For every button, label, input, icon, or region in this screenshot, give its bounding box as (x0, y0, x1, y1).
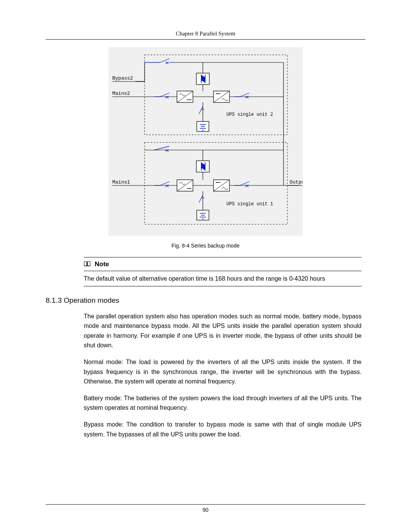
figure-series-backup-mode: Bypass2 Mains2 (108, 47, 303, 236)
paragraph: Battery mode: The batteries of the syste… (84, 393, 362, 413)
paragraph: The parallel operation system also has o… (84, 312, 362, 350)
figure-caption: Fig. 8-4 Series backup mode (46, 243, 365, 249)
label-mains2: Mains2 (112, 91, 130, 96)
note-title: Note (95, 260, 109, 268)
section-heading: 8.1.3 Operation modes (46, 296, 365, 305)
body-text: The parallel operation system also has o… (84, 312, 362, 439)
label-ups2: UPS single unit 2 (226, 112, 273, 117)
svg-line-56 (160, 182, 169, 185)
page-number: 90 (202, 507, 209, 513)
label-bypass2: Bypass2 (112, 75, 133, 81)
svg-line-49 (154, 146, 169, 150)
paragraph: Normal mode: The load is powered by the … (84, 357, 362, 387)
svg-line-82 (199, 195, 203, 203)
paragraph: Bypass mode: The condition to transfer t… (84, 420, 362, 439)
note-body: The default value of alternative operati… (84, 274, 362, 283)
divider (84, 271, 362, 271)
label-mains1: Mains1 (112, 179, 130, 185)
svg-line-41 (199, 106, 203, 114)
label-output: Output (290, 179, 303, 185)
note-block: Note The default value of alternative op… (84, 257, 362, 286)
page-header: Chapter 8 Parallel System (46, 30, 365, 40)
svg-line-13 (160, 93, 169, 97)
label-ups1: UPS single unit 1 (226, 201, 273, 207)
page-footer: 90 (46, 504, 365, 513)
book-icon (84, 261, 91, 268)
